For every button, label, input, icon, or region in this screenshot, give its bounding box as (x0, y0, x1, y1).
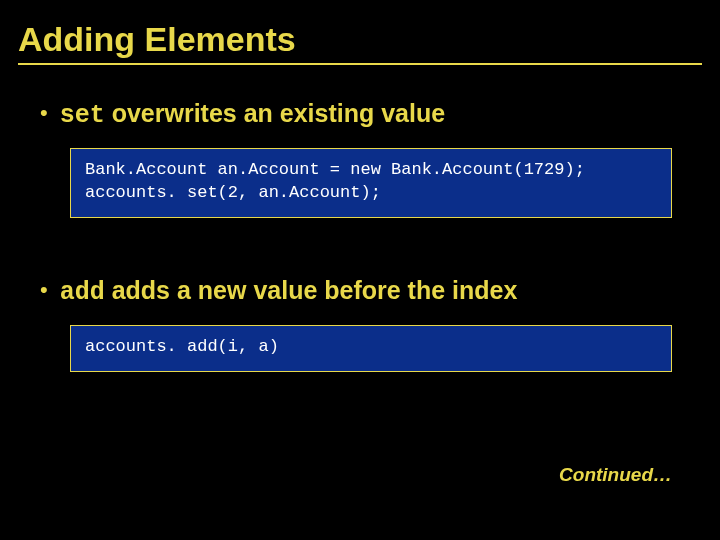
bullet-text: set overwrites an existing value (60, 99, 445, 130)
bullet-item: • add adds a new value before the index (40, 276, 702, 307)
bullet-rest: overwrites an existing value (105, 99, 445, 127)
bullet-code-keyword: set (60, 101, 105, 130)
code-box: Bank.Account an.Account = new Bank.Accou… (70, 148, 672, 218)
code-box: accounts. add(i, a) (70, 325, 672, 372)
bullet-marker: • (40, 102, 48, 124)
code-line: Bank.Account an.Account = new Bank.Accou… (85, 159, 657, 182)
slide-title: Adding Elements (18, 20, 702, 59)
title-underline (18, 63, 702, 65)
code-line: accounts. add(i, a) (85, 336, 657, 359)
bullet-code-keyword: add (60, 278, 105, 307)
code-line: accounts. set(2, an.Account); (85, 182, 657, 205)
bullet-marker: • (40, 279, 48, 301)
slide: Adding Elements • set overwrites an exis… (0, 0, 720, 372)
bullet-item: • set overwrites an existing value (40, 99, 702, 130)
continued-label: Continued… (559, 464, 672, 486)
bullet-rest: adds a new value before the index (105, 276, 518, 304)
bullet-text: add adds a new value before the index (60, 276, 518, 307)
